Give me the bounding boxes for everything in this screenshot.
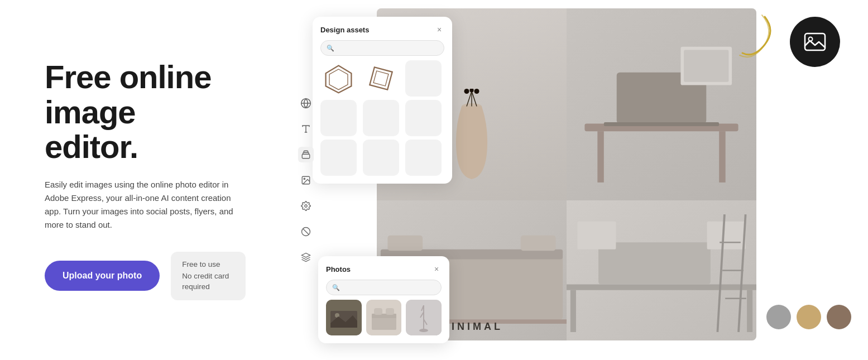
left-content: Free online image editor. Easily edit im…: [0, 60, 290, 300]
svg-point-20: [474, 89, 479, 94]
svg-rect-31: [521, 236, 556, 251]
side-toolbar: [290, 87, 322, 274]
svg-point-19: [469, 89, 473, 92]
design-assets-panel: Design assets × 🔍: [313, 17, 452, 184]
cta-row: Upload your photo Free to use No credit …: [45, 252, 246, 300]
photos-search[interactable]: 🔍: [326, 280, 442, 295]
search-icon: 🔍: [327, 45, 334, 52]
asset-item[interactable]: [405, 60, 442, 97]
design-assets-close[interactable]: ×: [434, 25, 444, 35]
asset-item[interactable]: [320, 140, 357, 176]
golden-swirl: [714, 8, 781, 75]
asset-grid: [320, 60, 444, 176]
svg-rect-38: [707, 222, 746, 249]
toolbar-icon-layers[interactable]: [298, 249, 314, 265]
svg-marker-9: [302, 253, 310, 257]
free-line2: No credit card required: [182, 271, 234, 292]
app-icon-svg: [803, 30, 827, 54]
svg-rect-25: [604, 122, 719, 126]
app-icon-circle: [790, 17, 840, 67]
swatch-brown[interactable]: [827, 305, 851, 329]
svg-rect-13: [373, 71, 389, 86]
svg-rect-34: [570, 290, 576, 332]
svg-rect-52: [374, 308, 382, 315]
page-wrapper: Free online image editor. Easily edit im…: [0, 0, 868, 360]
svg-rect-37: [577, 222, 616, 249]
toolbar-icon-globe[interactable]: [298, 95, 314, 111]
svg-rect-30: [387, 236, 423, 251]
main-heading: Free online image editor.: [45, 60, 246, 165]
asset-item[interactable]: [363, 100, 399, 136]
design-assets-search[interactable]: 🔍: [320, 40, 444, 56]
sub-text: Easily edit images using the online phot…: [45, 178, 246, 232]
photos-grid: [326, 300, 442, 335]
design-assets-header: Design assets ×: [320, 25, 444, 35]
photos-panel-title: Photos: [326, 265, 351, 273]
canvas-cell-deskroom: [567, 200, 756, 340]
svg-point-59: [419, 329, 428, 332]
svg-rect-35: [747, 290, 752, 332]
asset-item[interactable]: [405, 100, 442, 136]
asset-item[interactable]: [320, 60, 357, 97]
toolbar-icon-settings[interactable]: [298, 198, 314, 214]
svg-line-8: [303, 228, 309, 234]
toolbar-icon-image[interactable]: [298, 172, 314, 188]
asset-item[interactable]: [363, 140, 399, 176]
swatch-tan[interactable]: [797, 305, 821, 329]
svg-rect-22: [597, 131, 603, 183]
design-assets-title: Design assets: [320, 26, 369, 34]
asset-item[interactable]: [320, 100, 357, 136]
toolbar-icon-text[interactable]: [298, 121, 314, 137]
svg-rect-23: [719, 131, 725, 183]
minimal-text: MINIMAL: [440, 321, 503, 333]
photos-search-icon: 🔍: [332, 284, 340, 291]
photo-thumb-3[interactable]: [406, 300, 442, 335]
svg-point-5: [304, 178, 305, 179]
photos-panel-close[interactable]: ×: [431, 264, 442, 274]
svg-rect-12: [370, 67, 392, 89]
svg-point-6: [305, 204, 308, 207]
svg-rect-50: [372, 316, 396, 330]
svg-marker-11: [329, 69, 348, 90]
svg-rect-33: [567, 285, 756, 290]
color-swatches: [766, 305, 851, 329]
asset-item[interactable]: [363, 60, 399, 97]
swatch-gray[interactable]: [766, 305, 791, 329]
asset-item[interactable]: [405, 140, 442, 176]
svg-point-18: [464, 89, 469, 94]
toolbar-icon-fill[interactable]: [298, 147, 314, 162]
toolbar-icon-block[interactable]: [298, 224, 314, 239]
upload-photo-button[interactable]: Upload your photo: [45, 261, 160, 291]
photo-thumb-2[interactable]: [366, 300, 402, 335]
photos-panel-header: Photos ×: [326, 264, 442, 274]
photos-panel: Photos × 🔍: [318, 256, 449, 343]
photo-thumb-1[interactable]: [326, 300, 362, 335]
free-line1: Free to use: [182, 260, 234, 270]
right-visual: Design assets × 🔍: [290, 0, 868, 360]
free-badge: Free to use No credit card required: [171, 252, 246, 300]
svg-rect-53: [386, 308, 394, 315]
